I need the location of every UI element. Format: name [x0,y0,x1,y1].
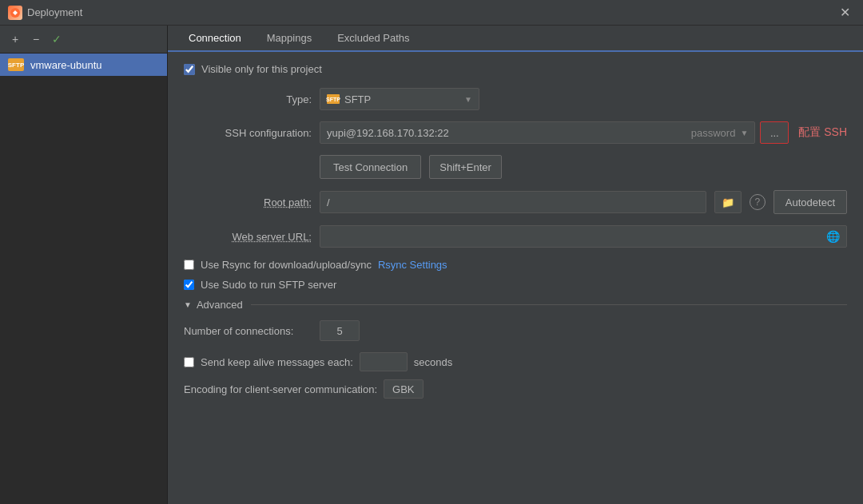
advanced-section: ▼ Advanced Number of connections: 5 Send… [184,299,847,399]
configure-ssh-label: 配置 SSH [798,125,847,140]
tab-mappings[interactable]: Mappings [254,26,324,52]
root-path-row: Root path: / 📁 ? Autodetect [184,190,847,214]
folder-icon: 📁 [722,196,734,208]
tabs: Connection Mappings Excluded Paths [168,26,863,52]
app-icon [8,6,22,20]
web-server-url-label: Web server URL: [184,231,312,243]
content-area: Connection Mappings Excluded Paths Visib… [168,26,863,504]
encoding-row: Encoding for client-server communication… [184,379,847,399]
globe-icon: 🌐 [826,230,840,243]
type-select[interactable]: SFTP SFTP ▼ [320,88,479,110]
type-row: Type: SFTP SFTP ▼ [184,88,847,110]
title-bar-left: Deployment [8,6,82,20]
title-bar: Deployment ✕ [0,0,863,26]
ssh-dropdown-arrow: ▼ [740,129,748,137]
type-dropdown-arrow: ▼ [464,95,472,104]
tab-connection[interactable]: Connection [176,26,254,52]
close-button[interactable]: ✕ [835,3,855,22]
connections-value: 5 [336,325,342,337]
visible-only-row: Visible only for this project [184,63,847,75]
root-path-label: Root path: [184,196,312,208]
shortcut-label: Shift+Enter [429,155,502,179]
sftp-select-icon: SFTP [327,94,340,104]
rsync-settings-link[interactable]: Rsync Settings [378,259,447,271]
remove-server-button[interactable]: − [27,30,45,48]
web-server-url-row: Web server URL: 🌐 [184,225,847,248]
help-icon-button[interactable]: ? [750,194,766,210]
autodetect-button[interactable]: Autodetect [774,190,847,214]
test-connection-button[interactable]: Test Connection [320,155,421,179]
connections-input[interactable]: 5 [320,320,360,341]
keep-alive-label: Send keep alive messages each: [201,356,353,368]
ssh-password-display: password [691,127,736,139]
test-connection-row: Test Connection Shift+Enter [320,155,847,179]
ssh-username-display: yupi@192.168.170.132:22 [327,127,686,139]
ssh-input-group: yupi@192.168.170.132:22 password ▼ ... 配… [320,121,847,144]
sidebar-toolbar: + − ✓ [0,26,167,54]
keep-alive-input[interactable] [360,352,408,371]
sudo-option-row: Use Sudo to run SFTP server [184,279,847,291]
encoding-value[interactable]: GBK [384,379,423,399]
browse-folder-button[interactable]: 📁 [714,191,742,213]
visible-only-checkbox[interactable] [184,64,195,75]
advanced-header: ▼ Advanced [184,299,847,311]
connections-label: Number of connections: [184,325,312,337]
collapse-advanced-icon[interactable]: ▼ [184,300,192,309]
web-server-url-input[interactable]: 🌐 [320,225,847,248]
advanced-title: Advanced [197,299,243,311]
ssh-config-input[interactable]: yupi@192.168.170.132:22 password ▼ [320,121,755,144]
rsync-checkbox[interactable] [184,260,194,270]
main-layout: + − ✓ SFTP vmware-ubuntu Connection Mapp… [0,26,863,504]
server-name-label: vmware-ubuntu [30,59,102,71]
form-content: Visible only for this project Type: SFTP… [168,52,863,504]
confirm-button[interactable]: ✓ [48,30,66,48]
ssh-ellipsis-button[interactable]: ... [760,121,789,144]
ssh-config-row: SSH configuration: yupi@192.168.170.132:… [184,121,847,144]
window-title: Deployment [27,6,82,18]
sudo-checkbox[interactable] [184,280,194,290]
ssh-config-label: SSH configuration: [184,127,312,139]
root-path-input[interactable]: / [320,191,706,213]
root-path-value: / [327,196,330,208]
encoding-label: Encoding for client-server communication… [184,383,377,395]
sudo-label: Use Sudo to run SFTP server [201,279,336,291]
type-label: Type: [184,93,312,105]
visible-only-label: Visible only for this project [201,63,322,75]
sidebar: + − ✓ SFTP vmware-ubuntu [0,26,168,504]
rsync-label: Use Rsync for download/upload/sync [201,259,372,271]
keep-alive-checkbox[interactable] [184,357,194,367]
seconds-label: seconds [414,356,452,368]
advanced-divider [251,304,847,305]
type-value: SFTP [344,93,371,105]
server-item-vmware-ubuntu[interactable]: SFTP vmware-ubuntu [0,54,167,76]
keep-alive-row: Send keep alive messages each: seconds [184,352,847,371]
tab-excluded-paths[interactable]: Excluded Paths [324,26,422,52]
sftp-icon: SFTP [8,58,24,71]
add-server-button[interactable]: + [6,30,24,48]
connections-row: Number of connections: 5 [184,320,847,341]
rsync-option-row: Use Rsync for download/upload/sync Rsync… [184,259,847,271]
